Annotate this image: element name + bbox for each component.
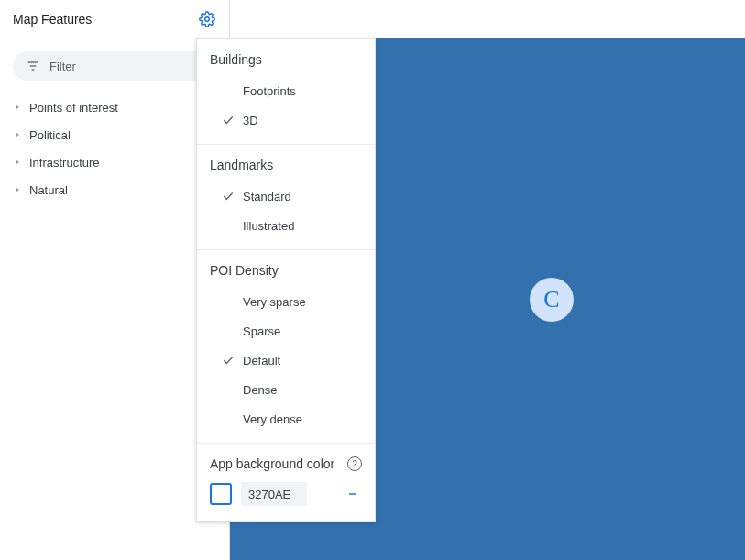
option-label: Dense [237, 383, 278, 397]
color-swatch[interactable] [210, 483, 232, 505]
minus-icon [346, 488, 359, 500]
hex-input[interactable] [241, 482, 307, 506]
filter-label: Filter [49, 60, 76, 73]
help-icon[interactable]: ? [347, 456, 362, 471]
option-3d[interactable]: 3D [210, 105, 362, 135]
option-default[interactable]: Default [210, 346, 362, 375]
feature-tree: Points of interest Political Infrastruct… [0, 93, 229, 203]
option-label: Footprints [237, 84, 296, 98]
check-icon [219, 190, 237, 203]
option-label: Sparse [237, 324, 280, 338]
tree-item-label: Infrastructure [29, 156, 100, 170]
option-standard[interactable]: Standard [210, 181, 362, 211]
option-label: 3D [237, 114, 258, 127]
option-dense[interactable]: Dense [210, 375, 362, 404]
tree-item-political[interactable]: Political [13, 121, 224, 148]
tree-item-label: Political [29, 128, 71, 142]
sidebar-header: Map Features [0, 0, 229, 38]
tree-item-natural[interactable]: Natural [13, 176, 224, 203]
map-marker[interactable]: C [530, 278, 574, 322]
option-sparse[interactable]: Sparse [210, 316, 362, 346]
tree-item-label: Points of interest [29, 101, 118, 115]
bgcolor-title: App background color [210, 456, 334, 471]
check-icon [219, 354, 237, 367]
option-footprints[interactable]: Footprints [210, 76, 362, 105]
caret-right-icon [13, 158, 22, 167]
svg-marker-5 [16, 132, 19, 137]
check-icon [219, 114, 237, 126]
svg-marker-4 [16, 104, 19, 110]
filter-icon [26, 59, 40, 73]
gear-icon[interactable] [198, 10, 216, 28]
option-label: Default [237, 354, 280, 368]
section-header: Buildings [210, 52, 362, 67]
tree-item-label: Natural [29, 183, 68, 197]
tree-item-infrastructure[interactable]: Infrastructure [13, 148, 224, 176]
svg-point-0 [205, 16, 210, 21]
option-very-sparse[interactable]: Very sparse [210, 287, 362, 316]
section-poi-density: POI Density Very sparse Sparse Default D… [197, 250, 375, 444]
section-header: Landmarks [210, 158, 362, 172]
svg-marker-7 [16, 187, 19, 192]
sidebar-title: Map Features [13, 12, 92, 27]
option-illustrated[interactable]: Illustrated [210, 211, 362, 240]
caret-right-icon [13, 130, 22, 139]
section-landmarks: Landmarks Standard Illustrated [197, 145, 375, 250]
section-header: POI Density [210, 263, 362, 278]
option-very-dense[interactable]: Very dense [210, 404, 362, 434]
option-label: Standard [237, 190, 291, 203]
map-marker-letter: C [543, 286, 559, 313]
option-label: Illustrated [237, 219, 294, 233]
section-app-background-color: App background color ? [197, 444, 375, 521]
section-buildings: Buildings Footprints 3D [197, 39, 375, 145]
svg-marker-6 [16, 159, 19, 165]
settings-panel: Buildings Footprints 3D Landmarks Standa… [196, 38, 376, 522]
filter-input[interactable]: Filter [13, 51, 216, 81]
option-label: Very sparse [237, 295, 306, 309]
option-label: Very dense [237, 412, 302, 426]
caret-right-icon [13, 103, 22, 112]
caret-right-icon [13, 185, 22, 194]
remove-color-button[interactable] [344, 485, 362, 503]
tree-item-points-of-interest[interactable]: Points of interest [13, 93, 224, 121]
